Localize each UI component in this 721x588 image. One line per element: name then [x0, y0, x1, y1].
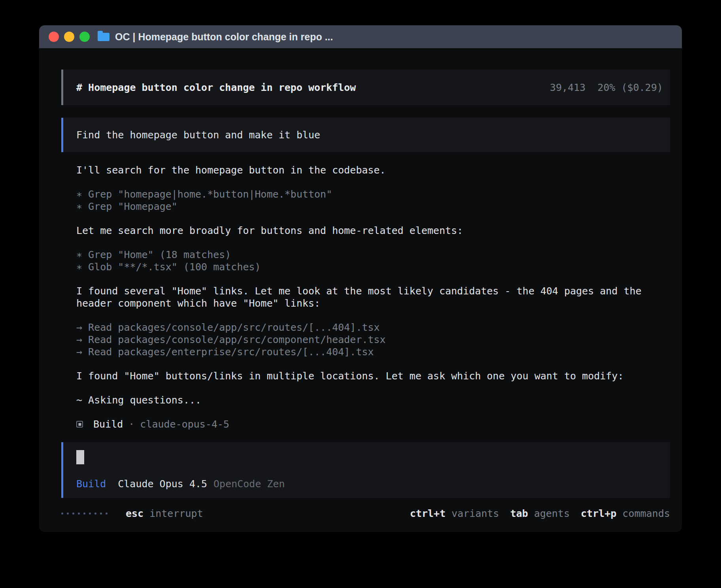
tool-call-line: ∗ Grep "Home" (18 matches)	[76, 249, 670, 261]
terminal-window: OC | Homepage button color change in rep…	[39, 25, 682, 532]
assistant-text-line: I found several "Home" links. Let me loo…	[76, 285, 670, 309]
interrupt-label: interrupt	[149, 508, 203, 519]
tool-call-line: ∗ Grep "homepage|home.*button|Home.*butt…	[76, 188, 670, 200]
shortcut-key: ctrl+t	[410, 508, 445, 519]
shortcut-hints: ctrl+t variants tab agents ctrl+p comman…	[399, 507, 670, 520]
shortcut-commands: ctrl+p commands	[581, 507, 670, 520]
token-count: 39,413	[550, 82, 585, 93]
status-bar: esc interrupt ctrl+t variants tab agents…	[61, 507, 670, 520]
tool-call-line: → Read packages/enterprise/src/routes/[.…	[76, 346, 670, 358]
shortcut-label: agents	[534, 508, 570, 519]
session-header: # Homepage button color change in repo w…	[61, 70, 670, 105]
agent-name: Build	[93, 418, 123, 430]
folder-icon	[98, 33, 109, 41]
agent-icon	[76, 421, 83, 428]
session-title: # Homepage button color change in repo w…	[76, 82, 356, 93]
assistant-text-line: I found "Home" buttons/links in multiple…	[76, 370, 670, 382]
tool-call-line: → Read packages/console/app/src/routes/[…	[76, 321, 670, 334]
window-titlebar: OC | Homepage button color change in rep…	[39, 25, 682, 48]
user-message-text: Find the homepage button and make it blu…	[76, 129, 320, 141]
shortcut-label: commands	[623, 508, 670, 519]
assistant-text-line: I'll search for the homepage button in t…	[76, 164, 670, 176]
spinner-dots	[61, 513, 108, 514]
input-provider-label: OpenCode Zen	[213, 478, 285, 490]
close-button[interactable]	[49, 32, 59, 42]
traffic-lights	[49, 32, 90, 42]
shortcut-label: variants	[451, 508, 499, 519]
shortcut-key: ctrl+p	[581, 508, 616, 519]
agent-status-row: Build · claude-opus-4-5	[61, 418, 670, 430]
window-title: OC | Homepage button color change in rep…	[115, 31, 333, 43]
esc-key: esc	[126, 508, 143, 519]
shortcut-variants: ctrl+t variants	[410, 507, 499, 520]
text-cursor	[76, 450, 84, 464]
prompt-input[interactable]: Build Claude Opus 4.5 OpenCode Zen	[61, 442, 670, 498]
input-model-label[interactable]: Claude Opus 4.5	[118, 478, 207, 490]
tool-call-line: → Read packages/console/app/src/componen…	[76, 334, 670, 346]
user-message: Find the homepage button and make it blu…	[61, 118, 670, 152]
tool-call-line: ∗ Glob "**/*.tsx" (100 matches)	[76, 261, 670, 273]
assistant-text-line: Let me search more broadly for buttons a…	[76, 224, 670, 237]
input-footer: Build Claude Opus 4.5 OpenCode Zen	[76, 478, 662, 490]
terminal-content: # Homepage button color change in repo w…	[39, 48, 682, 520]
agent-separator: ·	[128, 418, 134, 430]
agent-model: claude-opus-4-5	[140, 418, 229, 430]
assistant-status-line: ~ Asking questions...	[76, 394, 670, 406]
tool-call-line: ∗ Grep "Homepage"	[76, 200, 670, 213]
minimize-button[interactable]	[64, 32, 74, 42]
shortcut-key: tab	[510, 508, 528, 519]
assistant-transcript: I'll search for the homepage button in t…	[61, 164, 670, 406]
interrupt-hint: esc interrupt	[126, 507, 203, 520]
context-usage: 20% ($0.29)	[597, 82, 663, 93]
session-stats: 39,413 20% ($0.29)	[550, 82, 663, 93]
shortcut-agents: tab agents	[510, 507, 570, 520]
zoom-button[interactable]	[79, 32, 90, 42]
input-agent-label[interactable]: Build	[76, 478, 106, 490]
